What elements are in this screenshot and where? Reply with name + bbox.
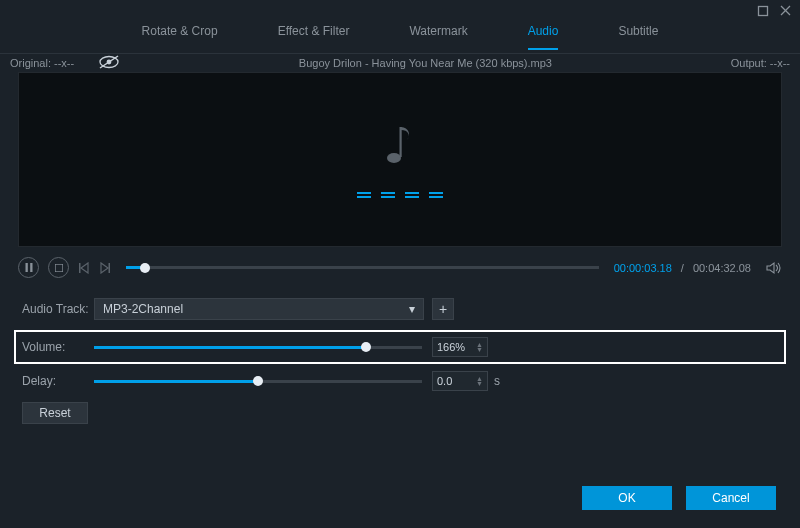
audio-track-value: MP3-2Channel — [103, 302, 183, 316]
audio-track-label: Audio Track: — [22, 302, 94, 316]
preview-area — [18, 72, 782, 247]
tab-effect-filter[interactable]: Effect & Filter — [278, 24, 350, 48]
visibility-toggle-icon[interactable] — [98, 55, 120, 71]
svg-rect-8 — [25, 263, 27, 272]
svg-rect-9 — [30, 263, 32, 272]
music-note-icon — [385, 122, 415, 166]
svg-rect-10 — [55, 264, 63, 272]
tab-subtitle[interactable]: Subtitle — [618, 24, 658, 48]
svg-rect-0 — [759, 6, 768, 15]
stop-button[interactable] — [48, 257, 69, 278]
volume-label: Volume: — [22, 340, 94, 354]
close-icon[interactable] — [779, 4, 792, 20]
playback-progress[interactable] — [126, 266, 599, 269]
pause-button[interactable] — [18, 257, 39, 278]
delay-value-stepper[interactable]: 0.0 ▲▼ — [432, 371, 488, 391]
cancel-button[interactable]: Cancel — [686, 486, 776, 510]
filename: Bugoy Drilon - Having You Near Me (320 k… — [120, 57, 731, 69]
chevron-down-icon: ▾ — [409, 302, 415, 316]
delay-label: Delay: — [22, 374, 94, 388]
volume-icon[interactable] — [766, 261, 782, 275]
add-audio-track-button[interactable]: + — [432, 298, 454, 320]
maximize-icon[interactable] — [757, 5, 769, 20]
tab-audio[interactable]: Audio — [528, 24, 559, 50]
tab-rotate-crop[interactable]: Rotate & Crop — [142, 24, 218, 48]
equalizer-icon — [357, 196, 443, 198]
volume-slider[interactable] — [94, 346, 422, 349]
prev-track-button[interactable] — [78, 262, 90, 274]
output-dim: Output: --x-- — [731, 57, 790, 69]
svg-rect-7 — [400, 127, 402, 157]
ok-button[interactable]: OK — [582, 486, 672, 510]
svg-point-6 — [387, 153, 401, 163]
current-time: 00:00:03.18 — [614, 262, 672, 274]
tab-watermark[interactable]: Watermark — [409, 24, 467, 48]
reset-button[interactable]: Reset — [22, 402, 88, 424]
delay-value: 0.0 — [437, 375, 452, 387]
duration: 00:04:32.08 — [693, 262, 751, 274]
volume-value-stepper[interactable]: 166% ▲▼ — [432, 337, 488, 357]
delay-slider[interactable] — [94, 380, 422, 383]
delay-unit: s — [494, 374, 500, 388]
volume-row-highlight: Volume: 166% ▲▼ — [14, 330, 786, 364]
volume-value: 166% — [437, 341, 465, 353]
next-track-button[interactable] — [99, 262, 111, 274]
time-sep: / — [681, 262, 684, 274]
audio-track-select[interactable]: MP3-2Channel ▾ — [94, 298, 424, 320]
original-dim: Original: --x-- — [10, 57, 74, 69]
